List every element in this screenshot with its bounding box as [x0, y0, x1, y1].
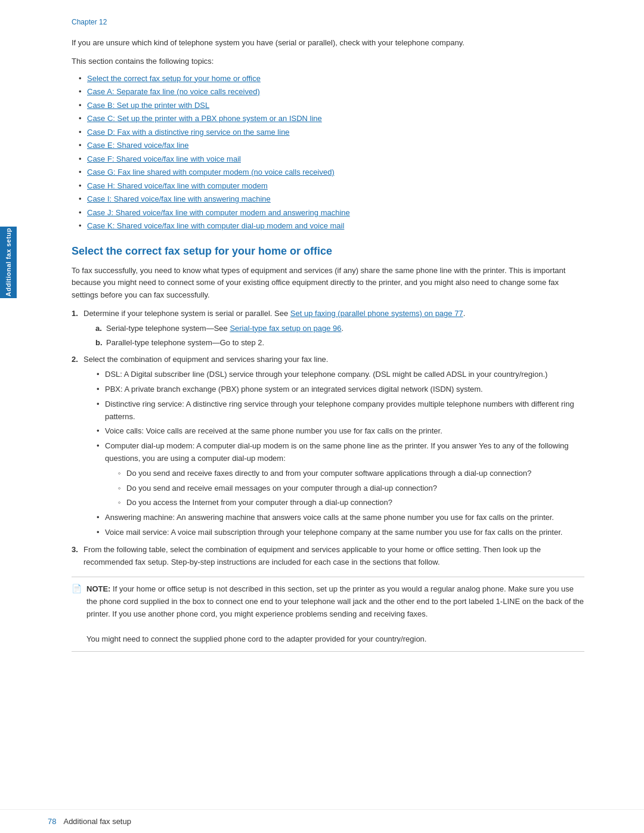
numbered-item-2: 2. Select the combination of equipment a… — [72, 354, 584, 538]
list-item: Case B: Set up the printer with DSL — [78, 100, 584, 112]
alpha-item-b-text: Parallel-type telephone system—Go to ste… — [106, 338, 264, 347]
topic-link-8[interactable]: Case G: Fax line shared with computer mo… — [87, 168, 335, 176]
topic-link-6[interactable]: Case E: Shared voice/fax line — [87, 141, 189, 150]
topics-intro: This section contains the following topi… — [72, 55, 584, 68]
bullet-sublist-2: DSL: A Digital subscriber line (DSL) ser… — [83, 368, 584, 539]
list-item: Case A: Separate fax line (no voice call… — [78, 86, 584, 98]
topic-link-12[interactable]: Case K: Shared voice/fax line with compu… — [87, 221, 344, 230]
bullet-item-pbx: PBX: A private branch exchange (PBX) pho… — [95, 383, 584, 396]
chapter-header: Chapter 12 — [72, 18, 584, 26]
numbered-list: 1. Determine if your telephone system is… — [72, 308, 584, 568]
alpha-marker-a: a. — [95, 323, 102, 335]
topic-link-5[interactable]: Case D: Fax with a distinctive ring serv… — [87, 128, 290, 137]
sidebar-tab: Additional fax setup — [0, 227, 17, 298]
numbered-item-1: 1. Determine if your telephone system is… — [72, 308, 584, 349]
topic-link-1[interactable]: Select the correct fax setup for your ho… — [87, 74, 261, 83]
note-icon: 📄 — [72, 584, 82, 593]
section-heading: Select the correct fax setup for your ho… — [72, 245, 584, 258]
alpha-item-a-text: Serial-type telephone system—See Serial-… — [106, 324, 343, 333]
bullet-item-voice: Voice calls: Voice calls are received at… — [95, 425, 584, 438]
list-item: Case K: Shared voice/fax line with compu… — [78, 220, 584, 232]
list-item: Case F: Shared voice/fax line with voice… — [78, 153, 584, 165]
list-item: Case J: Shared voice/fax line with compu… — [78, 207, 584, 219]
bottom-bar: 78 Additional fax setup — [0, 809, 644, 833]
bullet-item-voicemail: Voice mail service: A voice mail subscri… — [95, 527, 584, 539]
topic-link-2[interactable]: Case A: Separate fax line (no voice call… — [87, 87, 260, 96]
topic-link-9[interactable]: Case H: Shared voice/fax line with compu… — [87, 181, 268, 190]
list-item: Case G: Fax line shared with computer mo… — [78, 166, 584, 178]
numbered-item-1-text: Determine if your telephone system is se… — [83, 309, 465, 318]
alpha-list-1: a. Serial-type telephone system—See Seri… — [83, 323, 584, 349]
list-item: Case H: Shared voice/fax line with compu… — [78, 180, 584, 192]
circle-item-1: Do you send and receive faxes directly t… — [117, 467, 584, 480]
link-parallel-fax[interactable]: Set up faxing (parallel phone systems) o… — [290, 309, 463, 318]
note-content: NOTE: If your home or office setup is no… — [86, 583, 584, 645]
sidebar-tab-label: Additional fax setup — [5, 228, 12, 296]
alpha-item-b: b. Parallel-type telephone system—Go to … — [95, 337, 584, 349]
section-intro-text: To fax successfully, you need to know wh… — [72, 265, 584, 302]
alpha-marker-b: b. — [95, 337, 103, 349]
numbered-item-3: 3. From the following table, select the … — [72, 544, 584, 569]
list-item: Select the correct fax setup for your ho… — [78, 73, 584, 85]
num-1: 1. — [72, 308, 78, 320]
topic-link-10[interactable]: Case I: Shared voice/fax line with answe… — [87, 194, 271, 203]
bullet-item-modem: Computer dial-up modem: A computer dial-… — [95, 440, 584, 509]
numbered-item-3-text: From the following table, select the com… — [83, 545, 541, 566]
intro-paragraph-1: If you are unsure which kind of telephon… — [72, 37, 584, 49]
list-item: Case E: Shared voice/fax line — [78, 140, 584, 151]
note-box: 📄 NOTE: If your home or office setup is … — [72, 577, 584, 652]
circle-item-2: Do you send and receive email messages o… — [117, 482, 584, 495]
bullet-item-dsl: DSL: A Digital subscriber line (DSL) ser… — [95, 368, 584, 381]
topic-list: Select the correct fax setup for your ho… — [72, 73, 584, 232]
num-3: 3. — [72, 544, 78, 556]
numbered-item-2-text: Select the combination of equipment and … — [83, 355, 328, 364]
list-item: Case D: Fax with a distinctive ring serv… — [78, 126, 584, 138]
alpha-item-a: a. Serial-type telephone system—See Seri… — [95, 323, 584, 335]
list-item: Case C: Set up the printer with a PBX ph… — [78, 113, 584, 125]
topic-link-4[interactable]: Case C: Set up the printer with a PBX ph… — [87, 114, 322, 123]
page-number: 78 — [48, 817, 56, 826]
note-label: NOTE: — [86, 584, 110, 593]
page-container: Additional fax setup Chapter 12 If you a… — [0, 0, 644, 833]
note-text: If your home or office setup is not desc… — [86, 584, 584, 618]
note-paragraph-2: You might need to connect the supplied p… — [86, 634, 426, 643]
bullet-item-ring: Distinctive ring service: A distinctive … — [95, 398, 584, 423]
main-content: Chapter 12 If you are unsure which kind … — [24, 0, 620, 833]
topic-link-11[interactable]: Case J: Shared voice/fax line with compu… — [87, 208, 350, 217]
topic-link-7[interactable]: Case F: Shared voice/fax line with voice… — [87, 154, 241, 163]
circle-sublist-modem: Do you send and receive faxes directly t… — [105, 467, 584, 509]
circle-item-3: Do you access the Internet from your com… — [117, 497, 584, 509]
num-2: 2. — [72, 354, 78, 366]
bottom-section-title: Additional fax setup — [63, 817, 131, 826]
link-serial-fax[interactable]: Serial-type fax setup on page 96 — [230, 324, 341, 333]
list-item: Case I: Shared voice/fax line with answe… — [78, 193, 584, 205]
topic-link-3[interactable]: Case B: Set up the printer with DSL — [87, 101, 209, 110]
bullet-item-answering: Answering machine: An answering machine … — [95, 512, 584, 524]
